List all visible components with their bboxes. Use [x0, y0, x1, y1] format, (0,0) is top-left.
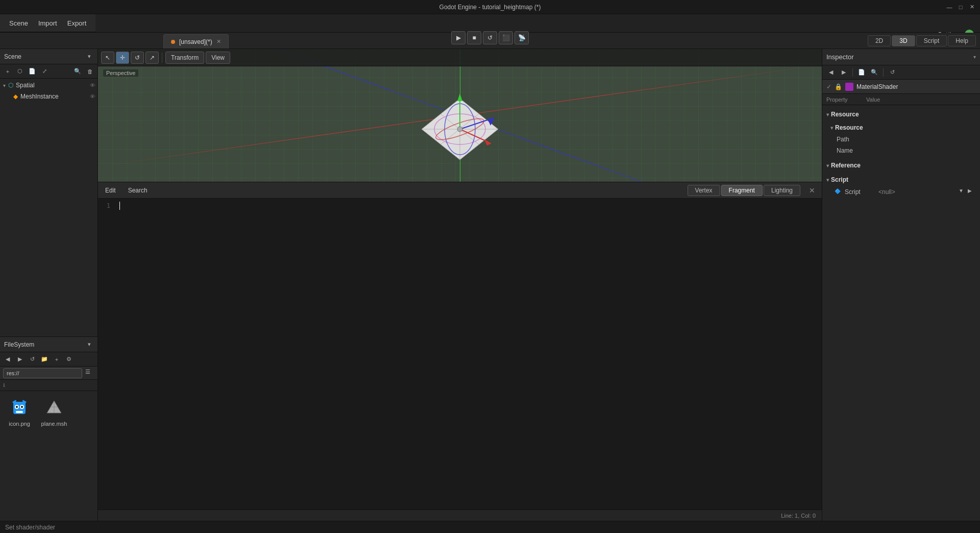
- reference-section-header[interactable]: ▾ Reference: [822, 159, 980, 172]
- filesystem-panel-arrow[interactable]: ▾: [85, 341, 93, 349]
- shader-search-menu[interactable]: Search: [125, 186, 151, 195]
- inspector-file-button[interactable]: 📄: [856, 67, 867, 78]
- stop-button[interactable]: ■: [467, 31, 481, 44]
- menu-scene[interactable]: Scene: [4, 17, 33, 29]
- spatial-icon: ⬡: [7, 81, 15, 89]
- screenshot-button[interactable]: ⬛: [499, 31, 513, 44]
- meshinstance-label: MeshInstance: [20, 93, 59, 100]
- fs-back-button[interactable]: ◀: [2, 354, 13, 365]
- svg-point-3: [16, 406, 18, 408]
- minimize-button[interactable]: —: [945, 3, 953, 11]
- fs-refresh-button[interactable]: ↺: [27, 354, 38, 365]
- scene-script-button[interactable]: 📄: [27, 66, 38, 77]
- script-arrow-icon: ▾: [826, 177, 829, 183]
- fs-forward-button[interactable]: ▶: [14, 354, 26, 365]
- prop-section-script: ▾ Script 🔷 Script <null> ▼ ▶: [822, 173, 980, 199]
- menu-export[interactable]: Export: [62, 17, 92, 29]
- scene-panel-arrow[interactable]: ▾: [85, 53, 93, 61]
- inspector-node-bar: ✓ 🔒 MaterialShader: [822, 80, 980, 94]
- name-key: Name: [837, 147, 872, 154]
- play-button[interactable]: ▶: [451, 31, 465, 44]
- vp-move-button[interactable]: ✛: [116, 52, 129, 64]
- left-panel: Scene ▾ + ⬡ 📄 ⤢ 🔍 🗑 ▾ ⬡ Spatial 👁: [0, 49, 98, 521]
- vp-rotate-button[interactable]: ↺: [131, 52, 144, 64]
- shader-editor-area[interactable]: 1: [98, 199, 822, 510]
- inspector-refresh-button[interactable]: ↺: [887, 67, 898, 78]
- playbar: ▶ ■ ↺ ⬛ 📡: [451, 29, 529, 47]
- menu-import[interactable]: Import: [33, 17, 62, 29]
- scene-instance-button[interactable]: ⬡: [14, 66, 26, 77]
- resource-section-label: Resource: [831, 111, 859, 118]
- shader-lighting-tab[interactable]: Lighting: [764, 185, 800, 196]
- scene-expand-button[interactable]: ⤢: [39, 66, 50, 77]
- fs-item-icon-png[interactable]: icon.png: [4, 395, 35, 429]
- filesystem-path-input[interactable]: [3, 368, 82, 378]
- maximize-button[interactable]: □: [957, 3, 965, 11]
- resource-section-header[interactable]: ▾ Resource: [822, 108, 980, 120]
- fs-folder-button[interactable]: 📁: [39, 354, 50, 365]
- scene-item-spatial[interactable]: ▾ ⬡ Spatial 👁: [0, 80, 97, 91]
- menubar: Scene Import Export: [0, 14, 95, 32]
- resource-sub-arrow: ▾: [830, 125, 833, 131]
- fs-settings-button[interactable]: ⚙: [63, 354, 75, 365]
- inspector-sep1: [852, 68, 853, 77]
- titlebar-controls[interactable]: — □ ✕: [945, 3, 976, 11]
- vp-select-button[interactable]: ↖: [101, 52, 114, 64]
- tab-2d[interactable]: 2D: [868, 35, 891, 46]
- inspector-dropdown-arrow[interactable]: ▾: [973, 54, 976, 60]
- scene-delete-button[interactable]: 🗑: [84, 66, 95, 77]
- close-button[interactable]: ✕: [968, 3, 976, 11]
- inspector-header: Inspector ▾: [822, 49, 980, 65]
- scene-items: ▾ ⬡ Spatial 👁 ◆ MeshInstance 👁: [0, 79, 97, 103]
- active-tab[interactable]: [unsaved](*) ✕: [163, 34, 229, 49]
- value-col-header: Value: [866, 96, 976, 103]
- scene-panel-title: Scene: [4, 53, 82, 60]
- pause-button[interactable]: ↺: [483, 31, 497, 44]
- vp-scale-button[interactable]: ↗: [145, 52, 159, 64]
- tab-dot: [171, 40, 175, 44]
- fs-item-plane-msh[interactable]: plane.msh: [39, 395, 69, 429]
- script-right-arrow[interactable]: ▶: [968, 188, 976, 196]
- tab-label: [unsaved](*): [179, 38, 212, 45]
- inspector-history-fwd[interactable]: ▶: [838, 67, 849, 78]
- shader-edit-menu[interactable]: Edit: [102, 186, 119, 195]
- shader-vertex-tab[interactable]: Vertex: [688, 185, 720, 196]
- shader-panel: Edit Search Vertex Fragment Lighting ✕ 1: [98, 182, 822, 521]
- tab-close-button[interactable]: ✕: [216, 38, 221, 45]
- scene-add-button[interactable]: +: [2, 66, 13, 77]
- vp-transform-button[interactable]: Transform: [165, 52, 204, 64]
- script-row-value: <null>: [878, 188, 955, 196]
- inspector-scene-button[interactable]: 🔍: [869, 67, 880, 78]
- scene-item-meshinstance[interactable]: ◆ MeshInstance 👁: [0, 91, 97, 102]
- titlebar: Godot Engine - tutorial_heightmap (*) — …: [0, 0, 980, 14]
- remote-button[interactable]: 📡: [514, 31, 529, 44]
- inspector-history-back[interactable]: ◀: [825, 67, 837, 78]
- script-section-header[interactable]: ▾ Script: [822, 174, 980, 186]
- tab-3d[interactable]: 3D: [892, 35, 915, 46]
- statusbar-message: Set shader/shader: [5, 524, 55, 531]
- filesystem-list-toggle[interactable]: ☰: [85, 369, 94, 378]
- vp-view-button[interactable]: View: [206, 52, 230, 64]
- statusbar: Set shader/shader: [0, 521, 980, 533]
- property-col-header: Property: [826, 96, 862, 103]
- resource-sub-header[interactable]: ▾ Resource: [826, 122, 980, 134]
- plane-msh-label: plane.msh: [41, 421, 67, 427]
- reference-section-label: Reference: [831, 162, 861, 169]
- code-area[interactable]: [119, 201, 818, 507]
- icon-png-label: icon.png: [9, 421, 30, 427]
- meshinstance-visibility-icon[interactable]: 👁: [90, 93, 95, 100]
- spatial-visibility-icon[interactable]: 👁: [90, 82, 95, 88]
- script-down-arrow[interactable]: ▼: [959, 188, 967, 196]
- filesystem-toolbar: ◀ ▶ ↺ 📁 + ⚙: [0, 352, 97, 367]
- scene-filter-button[interactable]: 🔍: [72, 66, 83, 77]
- fs-add-button[interactable]: +: [51, 354, 62, 365]
- view-tabs: 2D 3D Script Help: [867, 33, 980, 49]
- inspector-node-name: MaterialShader: [856, 83, 976, 90]
- shader-close-button[interactable]: ✕: [806, 185, 818, 196]
- shader-fragment-tab[interactable]: Fragment: [721, 185, 763, 196]
- mesh-3d-svg: [409, 78, 511, 170]
- viewport[interactable]: ↖ ✛ ↺ ↗ Transform View Perspective: [98, 49, 822, 182]
- path-key: Path: [837, 136, 872, 143]
- tab-script[interactable]: Script: [916, 35, 947, 46]
- tab-help[interactable]: Help: [948, 35, 976, 46]
